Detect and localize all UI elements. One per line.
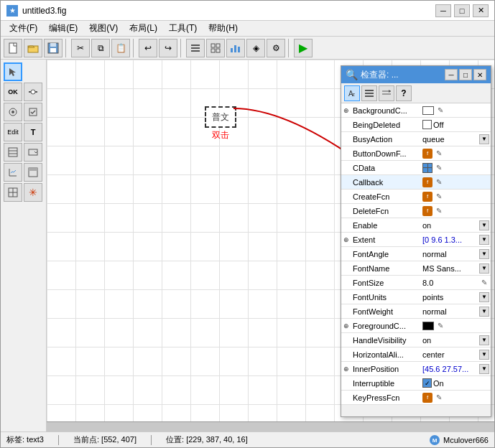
checkbox-beingdeleted[interactable]	[422, 120, 432, 129]
minimize-button[interactable]: ─	[435, 4, 451, 17]
fn-icon-deletefcn[interactable]: f	[422, 206, 432, 216]
prop-row-fontangle[interactable]: FontAngle normal ▼	[341, 247, 491, 261]
prop-edit-df[interactable]: ✎	[434, 206, 444, 216]
prop-dropdown-fw[interactable]: ▼	[479, 307, 489, 317]
menu-edit[interactable]: 编辑(E)	[43, 21, 83, 36]
prop-row-fontweight[interactable]: FontWeight normal ▼	[341, 304, 491, 319]
prop-edit-cd[interactable]: ✎	[434, 163, 444, 173]
popup-tool[interactable]	[24, 143, 42, 162]
text-tool[interactable]: T	[24, 123, 42, 141]
prop-row-backgroundcolor[interactable]: ⊕ BackgroundC... ✎	[341, 103, 491, 118]
prop-edit-fs[interactable]: ✎	[479, 278, 489, 288]
prop-row-buttondownfcn[interactable]: ButtonDownF... f ✎	[341, 146, 491, 161]
prop-row-keypressfcn[interactable]: KeyPressFcn f ✎	[341, 391, 491, 405]
prop-row-callback[interactable]: Callback f ✎	[341, 175, 491, 190]
tool-row-5	[4, 143, 43, 162]
prop-row-cdata[interactable]: CData ✎	[341, 161, 491, 175]
color-swatch-black[interactable]	[422, 322, 434, 330]
run-button[interactable]: ▶	[294, 39, 313, 57]
menu-view[interactable]: 视图(V)	[83, 21, 124, 36]
cut-button[interactable]: ✂	[71, 39, 90, 57]
table-tool[interactable]	[4, 183, 22, 202]
edit-tool[interactable]: Edit	[4, 123, 22, 141]
prop-dropdown-hv[interactable]: ▼	[479, 335, 489, 345]
prop-row-horizontalalignment[interactable]: HorizontalAli... center ▼	[341, 347, 491, 362]
undo-button[interactable]: ↩	[139, 39, 157, 57]
prop-dropdown-ba[interactable]: ▼	[479, 134, 489, 144]
checkbox-tool[interactable]	[24, 103, 42, 121]
fn-icon-bdf[interactable]: f	[422, 149, 432, 159]
checkbox-interruptible[interactable]: ✓	[422, 378, 432, 388]
prop-edit-bdf[interactable]: ✎	[434, 149, 444, 159]
inspector-sort-custom[interactable]	[379, 85, 394, 101]
copy-button[interactable]: ⧉	[91, 39, 110, 57]
inspector-sort-category[interactable]	[361, 85, 377, 101]
prop-expand-ip[interactable]: ⊕	[341, 362, 351, 376]
inspector-sort-alpha[interactable]: Az	[344, 85, 360, 101]
horizontal-scrollbar[interactable]	[47, 421, 494, 431]
prop-dropdown-fa[interactable]: ▼	[479, 249, 489, 259]
save-button[interactable]	[44, 39, 63, 57]
select-tool[interactable]	[4, 62, 22, 81]
star-tool[interactable]: ✳	[24, 183, 42, 202]
prop-row-fontunits[interactable]: FontUnits points ▼	[341, 290, 491, 304]
button-tool[interactable]: OK	[4, 83, 22, 101]
prop-dropdown-fn[interactable]: ▼	[479, 263, 489, 274]
grid-button[interactable]	[206, 39, 225, 57]
widget-button[interactable]: ◈	[246, 39, 265, 57]
color-swatch-white[interactable]	[422, 106, 434, 115]
prop-edit-callback[interactable]: ✎	[434, 177, 444, 187]
prop-dropdown-ext[interactable]: ▼	[479, 235, 489, 245]
prop-row-enable[interactable]: Enable on ▼	[341, 218, 491, 233]
prop-edit-kp[interactable]: ✎	[434, 393, 444, 403]
inspector-help[interactable]: ?	[396, 85, 412, 101]
prop-row-deletefcn[interactable]: DeleteFcn f ✎	[341, 204, 491, 218]
prop-edit-bg[interactable]: ✎	[435, 106, 445, 116]
prop-expand-ext[interactable]: ⊕	[341, 233, 351, 247]
grid-icon-cdata[interactable]	[422, 163, 432, 173]
radio-tool[interactable]	[4, 103, 22, 121]
prop-row-handlevisibility[interactable]: HandleVisibility on ▼	[341, 333, 491, 347]
prop-row-createfcn[interactable]: CreateFcn f ✎	[341, 190, 491, 204]
fn-icon-keypressfcn[interactable]: f	[422, 393, 432, 403]
listbox-tool[interactable]	[4, 143, 22, 162]
redo-button[interactable]: ↪	[159, 39, 177, 57]
prop-dropdown-ip[interactable]: ▼	[479, 364, 489, 374]
prop-row-beingdeleted[interactable]: BeingDeleted Off	[341, 118, 491, 132]
prop-row-extent[interactable]: ⊕ Extent [0 9.6 1.3... ▼	[341, 233, 491, 247]
prop-row-fontsize[interactable]: FontSize 8.0 ✎	[341, 276, 491, 290]
prop-row-innerposition[interactable]: ⊕ InnerPosition [45.6 27.57... ▼	[341, 362, 491, 376]
prop-dropdown-en[interactable]: ▼	[479, 220, 489, 230]
prop-row-busyaction[interactable]: BusyAction queue ▼	[341, 132, 491, 146]
menu-help[interactable]: 帮助(H)	[203, 21, 244, 36]
settings-button[interactable]: ⚙	[267, 39, 285, 57]
align-button[interactable]	[186, 39, 205, 57]
prop-edit-cf[interactable]: ✎	[434, 192, 444, 202]
slider-tool[interactable]	[24, 83, 42, 101]
paste-button[interactable]: 📋	[111, 39, 130, 57]
fn-icon-callback[interactable]: f	[422, 177, 432, 187]
close-button[interactable]: ✕	[473, 4, 489, 17]
inspector-minimize[interactable]: ─	[445, 69, 458, 80]
widget-container[interactable]: 普文 双击	[205, 106, 236, 141]
prop-dropdown-ha[interactable]: ▼	[479, 350, 489, 360]
menu-layout[interactable]: 布局(L)	[124, 21, 163, 36]
prop-row-foregroundcolor[interactable]: ⊕ ForegroundC... ✎	[341, 319, 491, 333]
prop-expand-bg[interactable]: ⊕	[341, 103, 351, 118]
prop-expand-fg[interactable]: ⊕	[341, 319, 351, 333]
prop-edit-fg[interactable]: ✎	[435, 321, 445, 331]
inspector-close[interactable]: ✕	[473, 69, 486, 80]
panel-tool[interactable]	[24, 163, 42, 182]
new-button[interactable]	[4, 39, 22, 57]
fn-icon-createfcn[interactable]: f	[422, 192, 432, 202]
menu-file[interactable]: 文件(F)	[4, 21, 43, 36]
prop-row-fontname[interactable]: FontName MS Sans... ▼	[341, 261, 491, 276]
inspector-maximize[interactable]: □	[459, 69, 472, 80]
maximize-button[interactable]: □	[454, 4, 470, 17]
open-button[interactable]	[24, 39, 42, 57]
prop-row-interruptible[interactable]: Interruptible ✓ On	[341, 376, 491, 391]
prop-dropdown-fu[interactable]: ▼	[479, 292, 489, 302]
menu-tools[interactable]: 工具(T)	[163, 21, 203, 36]
chart-button[interactable]	[226, 39, 245, 57]
axes-tool[interactable]	[4, 163, 22, 182]
